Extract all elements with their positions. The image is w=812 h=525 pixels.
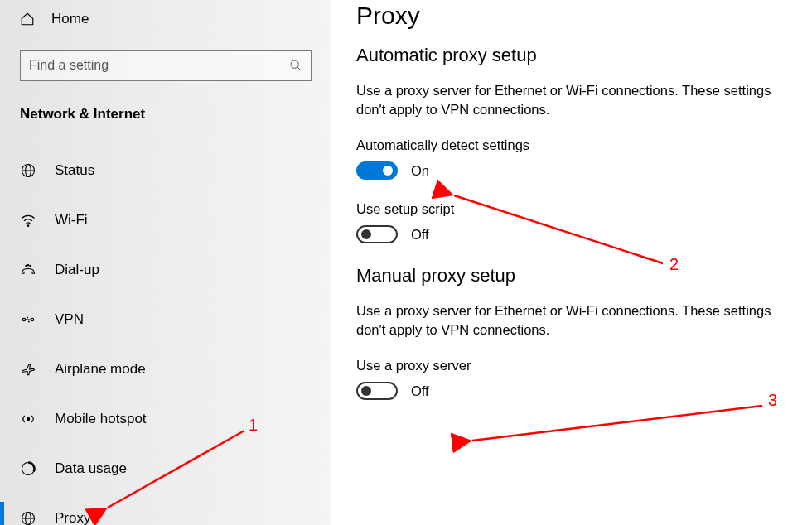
- nav-item-hotspot[interactable]: Mobile hotspot: [0, 394, 331, 444]
- nav-label: Mobile hotspot: [55, 411, 147, 427]
- vpn-icon: [20, 311, 36, 328]
- nav-item-airplane[interactable]: Airplane mode: [0, 344, 331, 394]
- auto-detect-status: On: [411, 163, 429, 179]
- sidebar: Home Network & Internet Status: [0, 0, 331, 525]
- dialup-icon: [20, 262, 36, 278]
- data-usage-icon: [20, 460, 36, 477]
- auto-detect-toggle[interactable]: [356, 161, 398, 180]
- sidebar-section-title: Network & Internet: [0, 89, 331, 131]
- svg-line-1: [297, 67, 301, 70]
- home-label: Home: [51, 11, 89, 27]
- proxy-icon: [20, 510, 36, 525]
- nav-label: Wi-Fi: [55, 212, 88, 229]
- section-manual-title: Manual proxy setup: [356, 265, 787, 287]
- nav-label: Status: [55, 162, 94, 179]
- section-manual-desc: Use a proxy server for Ethernet or Wi-Fi…: [356, 301, 787, 340]
- section-auto-desc: Use a proxy server for Ethernet or Wi-Fi…: [356, 81, 787, 119]
- svg-point-8: [30, 265, 31, 266]
- nav-label: Proxy: [55, 510, 90, 525]
- use-proxy-toggle[interactable]: [356, 382, 398, 400]
- nav-item-wifi[interactable]: Wi-Fi: [0, 195, 331, 245]
- wifi-icon: [20, 212, 36, 229]
- svg-point-6: [26, 265, 27, 266]
- nav-item-proxy[interactable]: Proxy: [0, 494, 331, 525]
- svg-point-14: [27, 417, 29, 420]
- svg-point-13: [28, 321, 29, 322]
- nav-item-status[interactable]: Status: [0, 146, 331, 195]
- nav-label: VPN: [55, 311, 84, 328]
- svg-point-9: [22, 318, 25, 320]
- home-icon: [20, 12, 35, 26]
- nav-item-vpn[interactable]: VPN: [0, 295, 331, 344]
- nav-item-data-usage[interactable]: Data usage: [0, 444, 331, 494]
- search-icon: [289, 59, 302, 72]
- svg-point-10: [31, 318, 33, 320]
- search-input[interactable]: [29, 58, 289, 73]
- home-link[interactable]: Home: [0, 0, 331, 37]
- setup-script-status: Off: [411, 227, 429, 243]
- hotspot-icon: [20, 411, 36, 427]
- nav-label: Airplane mode: [55, 361, 146, 378]
- section-auto-title: Automatic proxy setup: [356, 45, 787, 66]
- use-proxy-label: Use a proxy server: [356, 358, 787, 373]
- svg-point-12: [27, 317, 28, 318]
- nav-label: Dial-up: [55, 262, 99, 278]
- setup-script-toggle[interactable]: [356, 225, 398, 243]
- svg-point-0: [291, 60, 298, 68]
- setup-script-label: Use setup script: [356, 201, 787, 217]
- nav-item-dialup[interactable]: Dial-up: [0, 245, 331, 295]
- nav-label: Data usage: [55, 460, 127, 477]
- nav-list: Status Wi-Fi Dial-up VPN: [0, 146, 331, 525]
- svg-point-5: [27, 225, 29, 227]
- auto-detect-label: Automatically detect settings: [356, 137, 787, 153]
- use-proxy-status: Off: [411, 383, 429, 399]
- page-title: Proxy: [356, 2, 787, 30]
- content-pane: Proxy Automatic proxy setup Use a proxy …: [331, 0, 812, 525]
- svg-point-7: [27, 265, 28, 266]
- search-box[interactable]: [20, 50, 312, 81]
- airplane-icon: [20, 361, 36, 378]
- globe-icon: [20, 162, 36, 179]
